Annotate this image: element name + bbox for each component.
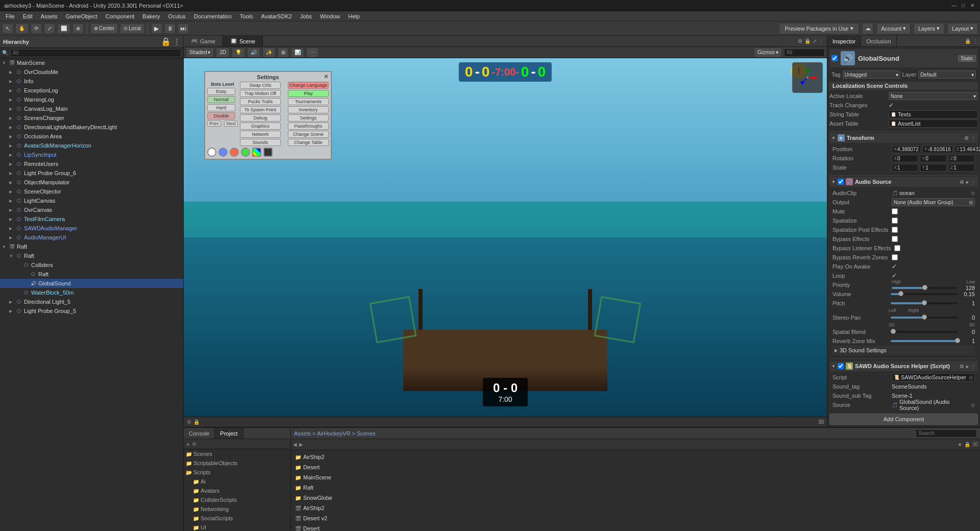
hierarchy-item-10[interactable]: ▶⬡LipSyncInput bbox=[0, 150, 183, 159]
asset-item-3[interactable]: 📁Raft bbox=[293, 483, 978, 492]
inspector-lock-icon[interactable]: 🔒 bbox=[965, 38, 971, 44]
script-field[interactable]: 📜 SAWDAudioSourceHelper ⊙ bbox=[892, 373, 975, 381]
layout-button[interactable]: Layout ▾ bbox=[947, 23, 978, 34]
scene-audio-btn[interactable]: 🔊 bbox=[247, 47, 260, 58]
spatialize-post-toggle[interactable] bbox=[892, 227, 898, 233]
sawd-more-icon[interactable]: ▸ bbox=[966, 364, 969, 369]
asset-item-1[interactable]: 📁Desert bbox=[293, 463, 978, 472]
sawd-settings-icon[interactable]: ⚙ bbox=[960, 364, 964, 369]
layer-dropdown[interactable]: Default ▾ bbox=[918, 70, 976, 79]
folder-item-3[interactable]: 📁Ai bbox=[184, 477, 290, 486]
trap-motion-btn[interactable]: Trap Motion Off bbox=[240, 90, 281, 97]
minimize-button[interactable]: — bbox=[950, 2, 958, 9]
transform-component-header[interactable]: ▼ ⊕ Transform ⚙ ⋮ bbox=[829, 133, 978, 143]
next-btn[interactable]: Next bbox=[224, 120, 238, 127]
hierarchy-item-12[interactable]: ▶⬡Light Probe Group_6 bbox=[0, 168, 183, 178]
assets-back[interactable]: ◀ bbox=[293, 442, 297, 447]
shading-dropdown[interactable]: Shaded ▾ bbox=[186, 47, 214, 58]
close-button[interactable]: ✕ bbox=[969, 2, 976, 9]
menu-item-gameobject[interactable]: GameObject bbox=[62, 13, 101, 20]
scene-stats-btn[interactable]: 📊 bbox=[291, 47, 304, 58]
color-red[interactable] bbox=[230, 148, 239, 157]
tab-scene[interactable]: 🔲 Scene bbox=[223, 36, 263, 46]
transform-rotate[interactable]: ⟳ bbox=[31, 23, 42, 34]
color-custom[interactable] bbox=[263, 148, 273, 157]
scene-light-btn[interactable]: 💡 bbox=[232, 47, 245, 58]
right-menu-btn-7[interactable]: Change Table bbox=[288, 139, 329, 146]
difficulty-normal[interactable]: Normal bbox=[207, 96, 235, 103]
transform-hand[interactable]: ✋ bbox=[15, 23, 29, 34]
assets-forward[interactable]: ▶ bbox=[299, 442, 303, 447]
account-button[interactable]: Account ▾ bbox=[876, 23, 911, 34]
asset-item-5[interactable]: 🎬AirShip2 bbox=[293, 503, 978, 513]
scene-fx-btn[interactable]: ✨ bbox=[262, 47, 276, 58]
menu-item-oculus[interactable]: Oculus bbox=[165, 13, 189, 20]
difficulty-disable[interactable]: Disable bbox=[207, 112, 235, 119]
hierarchy-item-18[interactable]: ▶⬡SAWDAudioManager bbox=[0, 224, 183, 233]
asset-item-4[interactable]: 📁SnowGlobe bbox=[293, 493, 978, 502]
menu-item-assets[interactable]: Assets bbox=[37, 13, 61, 20]
hierarchy-item-3[interactable]: ▶⬡ExceptionLog bbox=[0, 86, 183, 95]
menu-item-jobs[interactable]: Jobs bbox=[297, 13, 315, 20]
scene-maximize-icon[interactable]: ⤢ bbox=[813, 38, 817, 44]
hierarchy-item-23[interactable]: ⬡Raft bbox=[0, 270, 183, 279]
hierarchy-menu[interactable]: ⋮ bbox=[173, 38, 180, 46]
right-menu-btn-4[interactable]: Settings bbox=[288, 114, 329, 122]
transform-rect[interactable]: ⬜ bbox=[57, 23, 70, 34]
to-spawn-btn[interactable]: To Spawn Point bbox=[240, 106, 281, 113]
spatial-slider[interactable] bbox=[891, 331, 958, 333]
hierarchy-item-7[interactable]: ▶⬡DirectionalLightAndBakeryDirectLight bbox=[0, 123, 183, 132]
pos-x-field[interactable]: X4.388072 bbox=[892, 146, 921, 153]
asset-item-0[interactable]: 📁AirShip2 bbox=[293, 452, 978, 462]
play-button[interactable]: ▶ bbox=[151, 23, 162, 34]
go-active-toggle[interactable] bbox=[831, 55, 838, 61]
gizmos-dropdown[interactable]: Gizmos ▾ bbox=[754, 47, 782, 58]
pitch-slider[interactable] bbox=[891, 302, 958, 304]
hierarchy-item-26[interactable]: ▶⬡Directional Light_5 bbox=[0, 297, 183, 306]
sounds-btn[interactable]: Sounds bbox=[240, 139, 281, 146]
priority-slider[interactable] bbox=[892, 287, 958, 289]
rot-x-field[interactable]: X0 bbox=[892, 155, 918, 162]
bypass-reverb-toggle[interactable] bbox=[892, 254, 898, 260]
source-field[interactable]: 🎵 GlobalSound (Audio Source) ⊙ bbox=[892, 399, 975, 411]
sawd-enabled[interactable] bbox=[838, 363, 844, 369]
right-menu-btn-6[interactable]: Change Scene bbox=[288, 131, 329, 138]
tab-occlusion[interactable]: Occlusion bbox=[861, 36, 896, 46]
stereo-slider[interactable] bbox=[891, 317, 958, 319]
pos-y-field[interactable]: Y-8.810616 bbox=[922, 146, 953, 153]
prev-btn[interactable]: Prev bbox=[207, 120, 221, 127]
hierarchy-item-9[interactable]: ▶⬡AvatarSdkManagerHorizon bbox=[0, 141, 183, 150]
folder-item-5[interactable]: 📁ColliderScripts bbox=[184, 495, 290, 504]
audio-menu-icon[interactable]: ⋮ bbox=[971, 179, 976, 185]
swap-cirls-btn[interactable]: Swap Cirls bbox=[240, 82, 281, 89]
assets-lock[interactable]: 🔒 bbox=[964, 442, 970, 447]
bypass-effects-toggle[interactable] bbox=[892, 236, 898, 242]
layers-button[interactable]: Layers ▾ bbox=[914, 23, 944, 34]
right-menu-btn-5[interactable]: Passthroughs bbox=[288, 123, 329, 130]
menu-item-avatarsdk2[interactable]: AvatarSDK2 bbox=[258, 13, 296, 20]
hierarchy-item-0[interactable]: ▼🎬MainScene bbox=[0, 58, 183, 67]
transform-scale[interactable]: ⤢ bbox=[44, 23, 55, 34]
audio-enabled-toggle[interactable] bbox=[838, 179, 844, 185]
mute-toggle[interactable] bbox=[892, 208, 898, 214]
difficulty-hard[interactable]: Hard bbox=[207, 104, 235, 111]
tag-dropdown[interactable]: Untagged ▾ bbox=[843, 70, 900, 79]
folder-item-7[interactable]: 📁SocialScripts bbox=[184, 514, 290, 523]
audio-settings-icon[interactable]: ⚙ bbox=[960, 179, 964, 185]
folder-item-1[interactable]: 📁ScriptableObjects bbox=[184, 458, 290, 468]
transform-all[interactable]: ⊕ bbox=[72, 23, 84, 34]
pucks-trails-btn[interactable]: Pucks Trails bbox=[240, 98, 281, 105]
scale-z-field[interactable]: Z1 bbox=[948, 164, 975, 172]
hierarchy-item-21[interactable]: ▼⬡Raft bbox=[0, 251, 183, 260]
folder-item-8[interactable]: 📁UI bbox=[184, 523, 290, 531]
reverb-slider[interactable] bbox=[891, 340, 958, 342]
string-table-field[interactable]: 📋 Texts bbox=[889, 110, 978, 118]
network-btn[interactable]: Network bbox=[240, 131, 281, 138]
transform-settings[interactable]: ⚙ bbox=[964, 135, 969, 141]
scale-x-field[interactable]: X1 bbox=[892, 164, 918, 172]
gizmo-box[interactable] bbox=[792, 62, 823, 93]
folder-item-6[interactable]: 📁Networking bbox=[184, 504, 290, 514]
debug-btn[interactable]: Debug bbox=[240, 114, 281, 122]
hierarchy-item-1[interactable]: ▶⬡OvrCloudsMe bbox=[0, 67, 183, 77]
scale-y-field[interactable]: Y1 bbox=[920, 164, 946, 172]
